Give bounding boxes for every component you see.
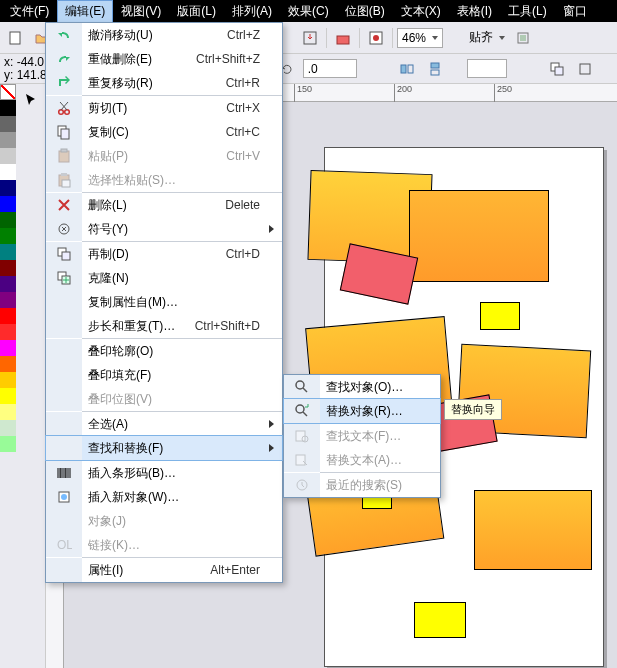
menu-item[interactable]: 步长和重复(T)…Ctrl+Shift+D <box>46 314 282 338</box>
shape-rect[interactable] <box>480 302 520 330</box>
swatch[interactable] <box>0 180 16 196</box>
menu-item[interactable]: 克隆(N) <box>46 266 282 290</box>
swatch-none[interactable] <box>0 84 16 100</box>
snap-label: 贴齐 <box>469 29 493 46</box>
menu-item[interactable]: 插入条形码(B)… <box>46 461 282 485</box>
menu-arrange[interactable]: 排列(A) <box>224 0 280 23</box>
menu-item[interactable]: 属性(I)Alt+Enter <box>46 558 282 582</box>
menu-text[interactable]: 文本(X) <box>393 0 449 23</box>
menu-item[interactable]: 查找对象(O)… <box>284 375 440 399</box>
menu-item[interactable]: 复制属性自(M)… <box>46 290 282 314</box>
publish-icon[interactable] <box>364 26 388 50</box>
menu-item-label: 重做删除(E) <box>82 51 196 68</box>
paste-icon <box>46 144 82 168</box>
swatch[interactable] <box>0 356 16 372</box>
menu-bitmap[interactable]: 位图(B) <box>337 0 393 23</box>
swatch[interactable] <box>0 340 16 356</box>
svg-point-30 <box>296 381 304 389</box>
swatch[interactable] <box>0 100 16 116</box>
menu-shortcut: Ctrl+V <box>226 149 282 163</box>
svg-rect-6 <box>401 65 406 73</box>
menu-item[interactable]: 全选(A) <box>46 412 282 436</box>
swatch[interactable] <box>0 212 16 228</box>
menu-item[interactable]: 再制(D)Ctrl+D <box>46 242 282 266</box>
swatch[interactable] <box>0 324 16 340</box>
swatch[interactable] <box>0 388 16 404</box>
dup-icon[interactable] <box>545 57 569 81</box>
swatch[interactable] <box>0 116 16 132</box>
menu-item[interactable]: 叠印轮廓(O) <box>46 339 282 363</box>
menu-table[interactable]: 表格(I) <box>449 0 500 23</box>
swatch[interactable] <box>0 292 16 308</box>
menu-item[interactable]: 重复移动(R)Ctrl+R <box>46 71 282 95</box>
swatch[interactable] <box>0 260 16 276</box>
menu-tools[interactable]: 工具(L) <box>500 0 555 23</box>
svg-rect-8 <box>431 63 439 68</box>
export-icon[interactable] <box>331 26 355 50</box>
swatch[interactable] <box>0 132 16 148</box>
menu-item-label: 步长和重复(T)… <box>82 318 195 335</box>
swatch[interactable] <box>0 436 16 452</box>
svg-rect-11 <box>555 67 563 75</box>
menu-item-label: 粘贴(P) <box>82 148 226 165</box>
blank-icon <box>46 558 82 582</box>
wrap-icon[interactable] <box>573 57 597 81</box>
menu-item[interactable]: 剪切(T)Ctrl+X <box>46 96 282 120</box>
menu-item-label: 删除(L) <box>82 197 225 214</box>
swatch[interactable] <box>0 420 16 436</box>
mirror-v-icon[interactable] <box>423 57 447 81</box>
menu-item-label: 叠印填充(F) <box>82 367 282 384</box>
import-icon[interactable] <box>298 26 322 50</box>
menu-item-label: 克隆(N) <box>82 270 282 287</box>
zoom-value: 46% <box>402 31 426 45</box>
toolbox <box>16 84 46 668</box>
menu-shortcut: Ctrl+Shift+D <box>195 319 282 333</box>
swatch[interactable] <box>0 164 16 180</box>
swatch[interactable] <box>0 196 16 212</box>
menu-view[interactable]: 视图(V) <box>113 0 169 23</box>
swatch[interactable] <box>0 244 16 260</box>
menu-item[interactable]: 重做删除(E)Ctrl+Shift+Z <box>46 47 282 71</box>
chevron-down-icon <box>499 36 505 40</box>
svg-rect-21 <box>62 180 70 187</box>
snap-combo[interactable]: 贴齐 <box>465 28 509 48</box>
zoom-combo[interactable]: 46% <box>397 28 443 48</box>
menu-item[interactable]: 符号(Y) <box>46 217 282 241</box>
dup-x-input[interactable] <box>467 59 507 78</box>
new-icon[interactable] <box>4 26 28 50</box>
submenu-arrow-icon <box>269 225 274 233</box>
swatch[interactable] <box>0 308 16 324</box>
svg-rect-0 <box>10 32 20 44</box>
shape-rect[interactable] <box>474 490 592 570</box>
menu-item-label: 剪切(T) <box>82 100 226 117</box>
menu-shortcut: Ctrl+Shift+Z <box>196 52 282 66</box>
menu-item[interactable]: 撤消移动(U)Ctrl+Z <box>46 23 282 47</box>
menu-file[interactable]: 文件(F) <box>2 0 57 23</box>
menu-window[interactable]: 窗口 <box>555 0 595 23</box>
swatch[interactable] <box>0 228 16 244</box>
menu-item[interactable]: 插入新对象(W)… <box>46 485 282 509</box>
menu-item-label: 查找和替换(F) <box>82 440 282 457</box>
menu-item-label: 重复移动(R) <box>82 75 226 92</box>
swatch[interactable] <box>0 404 16 420</box>
menu-item[interactable]: 查找和替换(F) <box>46 436 282 460</box>
options-icon[interactable] <box>511 26 535 50</box>
menu-edit[interactable]: 编辑(E) <box>57 0 113 23</box>
swatch[interactable] <box>0 148 16 164</box>
shape-rect[interactable] <box>414 602 466 638</box>
menu-item[interactable]: 复制(C)Ctrl+C <box>46 120 282 144</box>
menu-item[interactable]: 删除(L)Delete <box>46 193 282 217</box>
svg-rect-9 <box>431 70 439 75</box>
shape-rect[interactable] <box>409 190 549 282</box>
swatch[interactable] <box>0 372 16 388</box>
rotation-input[interactable]: .0 <box>303 59 357 78</box>
mirror-h-icon[interactable] <box>395 57 419 81</box>
menu-item[interactable]: 替换对象(R)… <box>284 399 440 423</box>
menu-item[interactable]: 叠印填充(F) <box>46 363 282 387</box>
blank-icon <box>46 363 82 387</box>
pick-tool-icon[interactable] <box>19 88 43 112</box>
menu-item-label: 复制属性自(M)… <box>82 294 282 311</box>
menu-effects[interactable]: 效果(C) <box>280 0 337 23</box>
swatch[interactable] <box>0 276 16 292</box>
menu-layout[interactable]: 版面(L) <box>169 0 224 23</box>
